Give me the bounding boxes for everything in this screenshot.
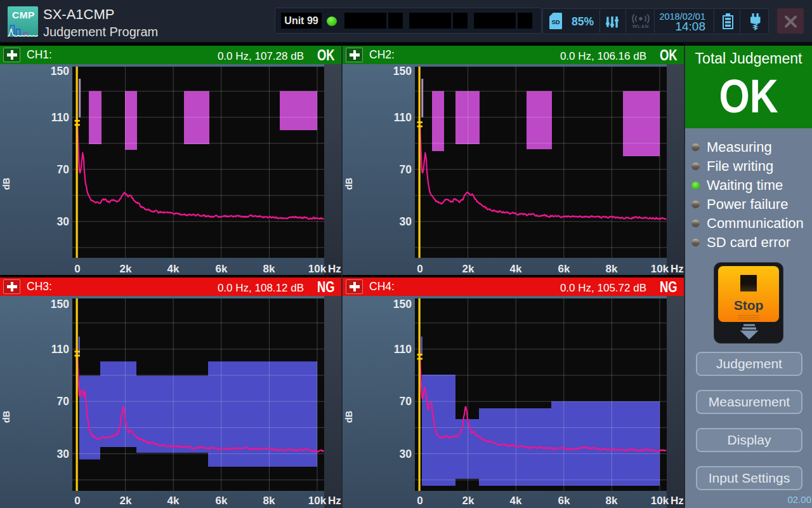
svg-text:SD: SD — [551, 18, 560, 25]
svg-text:WLAN: WLAN — [632, 23, 649, 29]
